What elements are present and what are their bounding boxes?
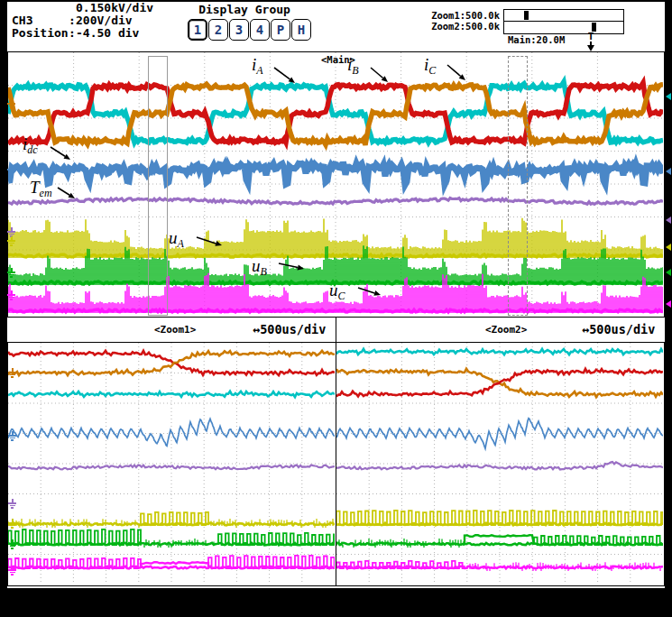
zoom2-waveform-panel: [336, 342, 665, 586]
zoom1-waveform-plot: [8, 343, 335, 585]
label-torque: Tem: [30, 179, 52, 202]
label-voltage-phase-c: uC: [329, 281, 345, 305]
trigger-down-arrow-icon: [587, 45, 594, 51]
channel-position-marker-icon: [666, 168, 671, 175]
display-group-title: Display Group: [185, 4, 304, 16]
channel-scale: 200V/div: [76, 14, 133, 27]
label-dc-current: idc: [23, 135, 38, 159]
zoom2-waveform-plot: [336, 343, 663, 585]
display-group-button-2[interactable]: 2: [208, 19, 228, 41]
ground-level-marker-icon: [8, 499, 16, 509]
strip-divider: [336, 318, 337, 342]
main-record-label: Main:20.0M: [508, 34, 565, 45]
zoom1-scale: ↔500us/div: [253, 322, 326, 336]
channel-position-marker-icon: [666, 269, 671, 276]
channel-position-label: Position: [12, 27, 69, 40]
zoom-record-labels: Zoom1:500.0k Zoom2:500.0k: [408, 10, 500, 32]
channel-info-block: 0.150kV/div CH3 : 200V/div Position : -4…: [12, 2, 183, 41]
zoom1-waveform-panel: [7, 342, 336, 586]
zoom-header-strip: <Zoom1> ↔500us/div <Zoom2> ↔500us/div: [7, 318, 665, 342]
zoom2-position-bar[interactable]: [504, 21, 623, 32]
channel-position-marker-icon: [666, 300, 671, 308]
channel-position-sep: :: [69, 27, 76, 40]
zoom1-tag: <Zoom1>: [154, 324, 196, 336]
trigger-position-marker[interactable]: T: [585, 32, 597, 51]
ground-level-marker-icon: [7, 99, 15, 109]
ground-level-marker-icon: [8, 431, 16, 441]
zoom1-position-bar[interactable]: [504, 10, 623, 21]
ground-level-marker-icon: [7, 236, 15, 246]
zoom1-record-label: Zoom1:500.0k: [408, 10, 500, 21]
label-current-phase-b: iB: [347, 56, 359, 79]
display-group-button-3[interactable]: 3: [229, 19, 249, 41]
ground-level-marker-icon: [7, 165, 15, 175]
ground-level-marker-icon: [8, 519, 16, 529]
zoom1-position-tick[interactable]: [524, 11, 529, 20]
label-current-phase-c: iC: [424, 56, 436, 79]
channel-name: CH3: [12, 14, 32, 27]
oscilloscope-screen: 0.150kV/div CH3 : 200V/div Position : -4…: [0, 0, 672, 617]
main-waveform-panel: <Main> iA iB iC idc Tem uA uB uC: [7, 51, 665, 318]
channel-position-marker-icon: [666, 93, 671, 100]
channel-sep: :: [69, 14, 76, 27]
channel-position-marker-icon: [666, 216, 671, 224]
channel-position-marker-icon: [666, 244, 671, 251]
display-group-button-4[interactable]: 4: [250, 19, 270, 41]
display-group-button-1[interactable]: 1: [188, 19, 207, 41]
ground-level-marker-icon: [7, 290, 15, 300]
channel-position-value: -4.50 div: [76, 27, 139, 40]
channel-scale-top: 0.150kV/div: [76, 2, 153, 14]
zoom2-tag: <Zoom2>: [485, 324, 527, 336]
zoom2-scale: ↔500us/div: [582, 322, 655, 336]
ground-level-marker-icon: [8, 566, 16, 576]
ground-level-marker-icon: [8, 539, 16, 549]
label-current-phase-a: iA: [252, 56, 263, 79]
ground-level-marker-icon: [8, 368, 16, 378]
display-group-button-h[interactable]: H: [291, 19, 311, 41]
label-voltage-phase-b: uB: [252, 257, 267, 281]
annotation-arrows: [8, 52, 663, 316]
label-voltage-phase-a: uA: [169, 229, 184, 253]
zoom-position-indicator[interactable]: [503, 9, 624, 34]
ground-level-marker-icon: [7, 268, 15, 278]
trigger-label: T: [588, 32, 594, 41]
display-group-button-p[interactable]: P: [271, 19, 290, 41]
display-group-buttons: 1 2 3 4 P H: [188, 19, 311, 41]
zoom2-record-label: Zoom2:500.0k: [408, 21, 500, 32]
